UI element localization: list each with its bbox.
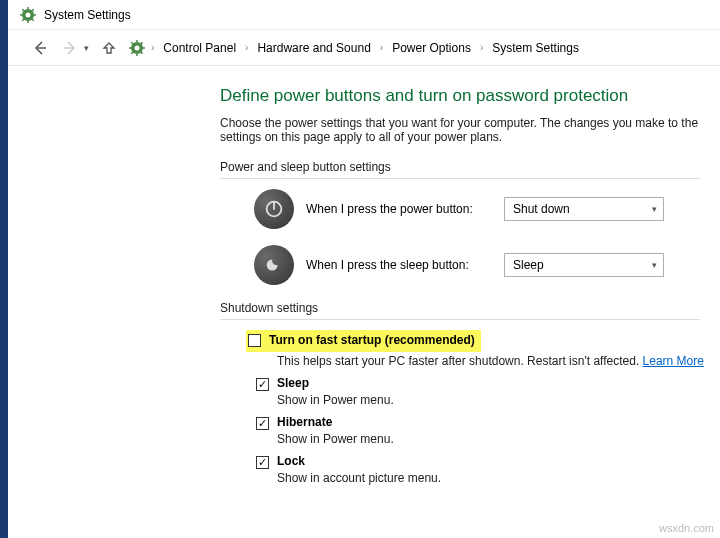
forward-button	[60, 38, 80, 58]
checkbox-hibernate[interactable]: ✓	[256, 417, 269, 430]
fast-startup-desc: This helps start your PC faster after sh…	[277, 354, 720, 368]
chevron-right-icon[interactable]: ›	[149, 42, 156, 53]
svg-point-3	[135, 45, 140, 50]
content-area: Define power buttons and turn on passwor…	[0, 66, 720, 485]
fast-startup-label: Turn on fast startup (recommended)	[269, 333, 475, 347]
divider	[220, 178, 700, 179]
settings-icon	[129, 40, 145, 56]
chevron-right-icon[interactable]: ›	[243, 42, 250, 53]
settings-icon	[20, 7, 36, 23]
checkbox-fast-startup[interactable]	[248, 334, 261, 347]
hibernate-label: Hibernate	[277, 415, 332, 429]
checkbox-sleep[interactable]: ✓	[256, 378, 269, 391]
watermark: wsxdn.com	[659, 522, 714, 534]
divider	[220, 319, 700, 320]
page-title: Define power buttons and turn on passwor…	[220, 86, 720, 106]
window-title: System Settings	[44, 8, 131, 22]
power-button-label: When I press the power button:	[306, 202, 492, 216]
breadcrumb: › Control Panel › Hardware and Sound › P…	[129, 39, 582, 57]
power-button-dropdown[interactable]: Shut down ▾	[504, 197, 664, 221]
window-edge	[0, 0, 8, 538]
crumb-hardware-sound[interactable]: Hardware and Sound	[254, 39, 373, 57]
sleep-row: ✓ Sleep	[256, 376, 720, 391]
up-button[interactable]	[99, 38, 119, 58]
crumb-system-settings[interactable]: System Settings	[489, 39, 582, 57]
sleep-label: Sleep	[277, 376, 309, 390]
titlebar: System Settings	[0, 0, 720, 30]
hibernate-row: ✓ Hibernate	[256, 415, 720, 430]
sleep-icon	[254, 245, 294, 285]
page-description: Choose the power settings that you want …	[220, 116, 720, 144]
svg-point-1	[26, 12, 31, 17]
chevron-right-icon[interactable]: ›	[478, 42, 485, 53]
highlight-fast-startup: Turn on fast startup (recommended)	[246, 330, 481, 352]
sleep-desc: Show in Power menu.	[277, 393, 720, 407]
dropdown-value: Shut down	[513, 202, 570, 216]
history-dropdown-icon[interactable]: ▾	[84, 43, 89, 53]
toolbar: ▾ › Control Panel › Hardware and Sound ›…	[0, 30, 720, 66]
chevron-down-icon: ▾	[652, 204, 657, 214]
checkbox-lock[interactable]: ✓	[256, 456, 269, 469]
section-header-buttons: Power and sleep button settings	[220, 160, 720, 174]
power-button-row: When I press the power button: Shut down…	[254, 189, 720, 229]
sleep-button-label: When I press the sleep button:	[306, 258, 492, 272]
sleep-button-dropdown[interactable]: Sleep ▾	[504, 253, 664, 277]
crumb-control-panel[interactable]: Control Panel	[160, 39, 239, 57]
back-button[interactable]	[30, 38, 50, 58]
crumb-power-options[interactable]: Power Options	[389, 39, 474, 57]
hibernate-desc: Show in Power menu.	[277, 432, 720, 446]
sleep-button-row: When I press the sleep button: Sleep ▾	[254, 245, 720, 285]
chevron-right-icon[interactable]: ›	[378, 42, 385, 53]
lock-row: ✓ Lock	[256, 454, 720, 469]
power-icon	[254, 189, 294, 229]
dropdown-value: Sleep	[513, 258, 544, 272]
section-header-shutdown: Shutdown settings	[220, 301, 720, 315]
chevron-down-icon: ▾	[652, 260, 657, 270]
lock-label: Lock	[277, 454, 305, 468]
learn-more-link[interactable]: Learn More	[643, 354, 704, 368]
lock-desc: Show in account picture menu.	[277, 471, 720, 485]
